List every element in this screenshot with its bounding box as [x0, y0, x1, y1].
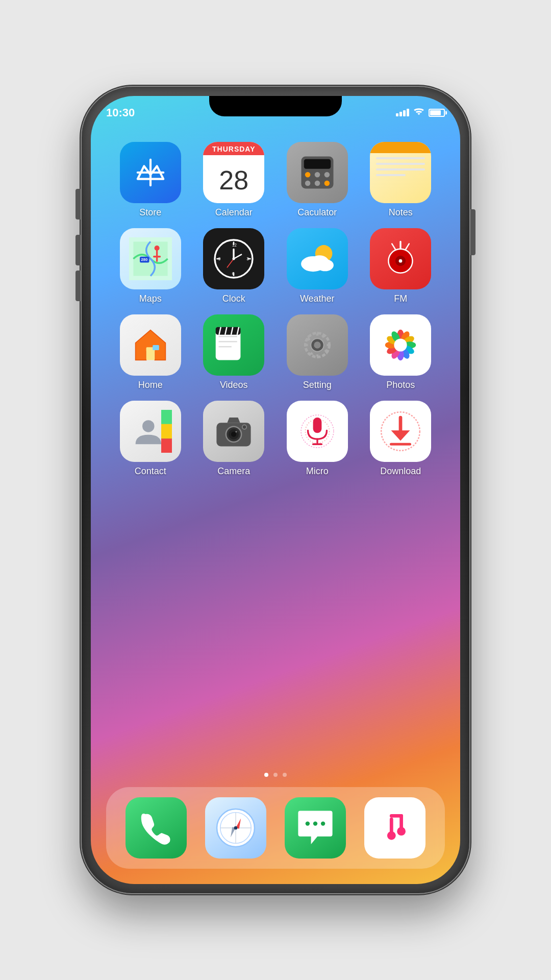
app-store[interactable]: Store	[111, 142, 190, 218]
videos-label: Videos	[220, 380, 248, 390]
svg-point-88	[321, 821, 325, 825]
camera-icon	[203, 401, 264, 462]
clock-icon: 12 6 9 3	[203, 228, 264, 289]
svg-point-47	[314, 341, 320, 348]
maps-icon: 280	[120, 228, 181, 289]
store-label: Store	[139, 207, 161, 218]
micro-icon	[287, 401, 348, 462]
calculator-icon	[287, 142, 348, 203]
app-contact[interactable]: Contact	[111, 401, 190, 477]
svg-rect-1	[304, 159, 331, 169]
page-dot-3	[283, 773, 287, 777]
svg-rect-75	[313, 418, 321, 433]
svg-point-6	[315, 181, 320, 186]
svg-point-4	[324, 172, 330, 178]
svg-point-5	[305, 181, 311, 186]
music-icon	[364, 797, 425, 859]
app-photos[interactable]: Photos	[362, 314, 440, 390]
app-notes[interactable]: Notes	[362, 142, 440, 218]
svg-point-3	[315, 172, 320, 178]
app-calculator[interactable]: Caculator	[278, 142, 357, 218]
app-fm[interactable]: FM	[362, 228, 440, 304]
svg-point-70	[231, 432, 236, 437]
svg-point-72	[242, 425, 246, 429]
calendar-date: 28	[219, 165, 248, 195]
svg-point-7	[324, 181, 330, 186]
dock-phone[interactable]	[126, 797, 187, 859]
svg-text:3: 3	[246, 256, 249, 261]
svg-line-33	[406, 244, 409, 250]
videos-icon	[203, 314, 264, 376]
svg-point-92	[397, 827, 406, 836]
svg-rect-64	[161, 424, 172, 439]
fm-icon	[370, 228, 431, 289]
camera-label: Camera	[217, 466, 250, 477]
app-videos[interactable]: Videos	[195, 314, 273, 390]
page-indicator	[264, 773, 287, 777]
weather-label: Weather	[300, 293, 335, 304]
app-grid: Store THURSDAY 28 Calendar	[91, 132, 460, 487]
contact-icon	[120, 401, 181, 462]
micro-label: Micro	[306, 466, 329, 477]
svg-text:9: 9	[218, 256, 221, 261]
calendar-day: THURSDAY	[203, 142, 264, 155]
setting-label: Setting	[303, 380, 332, 390]
svg-text:12: 12	[232, 242, 237, 248]
home-icon	[120, 314, 181, 376]
calendar-icon: THURSDAY 28	[203, 142, 264, 203]
svg-point-71	[236, 431, 237, 432]
svg-rect-65	[161, 438, 172, 453]
svg-point-85	[234, 826, 238, 830]
svg-point-86	[306, 821, 310, 825]
status-icons	[396, 107, 445, 118]
page-dot-1	[264, 773, 268, 777]
messages-icon	[285, 797, 346, 859]
dock-messages[interactable]	[285, 797, 346, 859]
signal-icon	[396, 109, 409, 116]
wifi-icon	[413, 107, 424, 118]
download-icon	[370, 401, 431, 462]
download-label: Download	[380, 466, 421, 477]
status-time: 10:30	[106, 106, 135, 119]
app-home[interactable]: Home	[111, 314, 190, 390]
notes-icon	[370, 142, 431, 203]
svg-point-24	[233, 257, 235, 260]
fm-label: FM	[394, 293, 407, 304]
phone-frame: 10:30	[82, 87, 469, 893]
setting-icon	[287, 314, 348, 376]
svg-point-11	[154, 246, 159, 251]
page-dot-2	[273, 773, 278, 777]
safari-icon	[205, 797, 266, 859]
home-label: Home	[138, 380, 163, 390]
battery-icon	[429, 109, 445, 117]
svg-point-2	[305, 172, 311, 178]
svg-rect-36	[153, 345, 159, 350]
svg-point-62	[394, 338, 407, 351]
dock-safari[interactable]	[205, 797, 266, 859]
app-download[interactable]: Download	[362, 401, 440, 477]
svg-point-91	[387, 831, 396, 840]
maps-label: Maps	[139, 293, 162, 304]
app-clock[interactable]: 12 6 9 3 Clock	[195, 228, 273, 304]
app-setting[interactable]: Setting	[278, 314, 357, 390]
app-micro[interactable]: Micro	[278, 401, 357, 477]
app-calendar[interactable]: THURSDAY 28 Calendar	[195, 142, 273, 218]
store-icon	[120, 142, 181, 203]
notch	[209, 96, 342, 116]
svg-point-66	[142, 420, 155, 432]
dock-music[interactable]	[364, 797, 425, 859]
phone-screen: 10:30	[91, 96, 460, 884]
svg-point-28	[316, 259, 334, 272]
app-camera[interactable]: Camera	[195, 401, 273, 477]
app-maps[interactable]: 280 Maps	[111, 228, 190, 304]
app-weather[interactable]: Weather	[278, 228, 357, 304]
svg-line-32	[392, 244, 395, 250]
calculator-label: Caculator	[297, 207, 337, 218]
weather-icon	[287, 228, 348, 289]
contact-label: Contact	[135, 466, 166, 477]
clock-label: Clock	[222, 293, 245, 304]
svg-text:280: 280	[141, 257, 147, 262]
calendar-label: Calendar	[215, 207, 253, 218]
phone-icon	[126, 797, 187, 859]
notes-label: Notes	[389, 207, 413, 218]
